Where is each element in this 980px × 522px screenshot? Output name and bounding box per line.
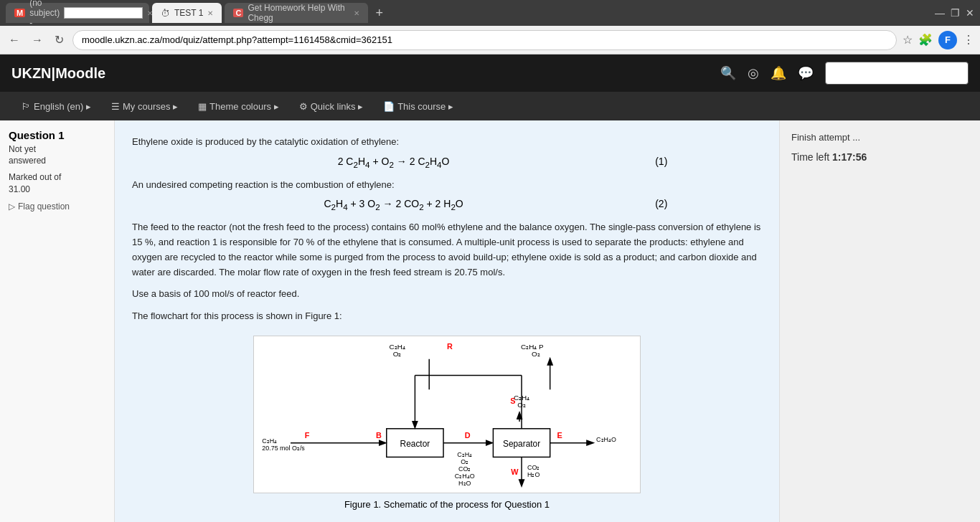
- e-c2h4o: C₂H₄O: [596, 436, 616, 443]
- equation-2: C2H4 + 3 O2 → 2 CO2 + 2 H2O (2): [132, 198, 762, 212]
- profile-button[interactable]: F: [938, 31, 957, 49]
- bell-icon[interactable]: 🔔: [771, 65, 786, 81]
- question-description: The feed to the reactor (not the fresh f…: [132, 220, 762, 280]
- finish-attempt-link[interactable]: Finish attempt ...: [791, 132, 969, 143]
- flag-icon: ▷: [9, 201, 15, 212]
- tab-gmail-close[interactable]: ✕: [147, 9, 153, 17]
- menu-icon[interactable]: ⋮: [963, 33, 974, 47]
- question-intro: Ethylene oxide is produced by the cataly…: [132, 135, 762, 150]
- fresh-feed-info: 20.75 mol O₂/s: [262, 445, 305, 452]
- w-co2: CO₂: [527, 464, 540, 471]
- nav-this-course-label: This course ▸: [397, 101, 453, 112]
- tab-test1-close[interactable]: ✕: [207, 9, 213, 17]
- question-label: Question 1: [9, 129, 105, 141]
- tab-gmail[interactable]: M (no subject) - ✕: [6, 3, 149, 23]
- back-button[interactable]: ←: [6, 31, 23, 49]
- moodle-nav: 🏳 English (en) ▸ ☰ My courses ▸ ▦ Theme …: [0, 92, 980, 120]
- right-panel: Finish attempt ... Time left 1:17:56: [779, 120, 980, 522]
- main-container: Question 1 Not yet answered Marked out o…: [0, 120, 980, 522]
- equation-1: 2 C2H4 + O2 → 2 C2H4O (1): [132, 156, 762, 169]
- theme-colours-icon: ▦: [198, 101, 207, 112]
- new-tab-button[interactable]: +: [371, 6, 387, 21]
- quick-links-icon: ⚙: [299, 101, 308, 112]
- forward-button[interactable]: →: [29, 31, 46, 49]
- time-left-value: 1:17:56: [832, 151, 867, 163]
- browser-chrome: M (no subject) - ✕ ⏱ TEST 1 ✕ C Get Home…: [0, 0, 980, 54]
- stream-r-o2-label: O₂: [393, 350, 402, 358]
- close-icon[interactable]: ✕: [966, 7, 974, 19]
- nav-this-course[interactable]: 📄 This course ▸: [373, 92, 463, 120]
- d-c2h4o: C₂H₄O: [455, 473, 475, 480]
- process-diagram: C₂H₄ O₂ R C₂H₄ P O₂ C₂H₄ O₂ S Reactor: [132, 336, 762, 510]
- eq1-text: 2 C2H4 + O2 → 2 C2H4O: [338, 156, 450, 167]
- label-b: B: [376, 431, 382, 440]
- tab-bar: M (no subject) - ✕ ⏱ TEST 1 ✕ C Get Home…: [0, 0, 980, 26]
- eq1-number: (1): [655, 156, 667, 167]
- address-input[interactable]: [72, 30, 897, 50]
- tab-chegg[interactable]: C Get Homework Help With Chegg ✕: [225, 3, 368, 23]
- marked-out-label: Marked out of 31.00: [9, 171, 105, 196]
- tab-chegg-close[interactable]: ✕: [354, 9, 359, 17]
- reload-button[interactable]: ↻: [52, 30, 67, 49]
- separator-label: Separator: [503, 439, 540, 449]
- eq2-intro: An undesired competing reaction is the c…: [132, 178, 762, 193]
- maximize-icon[interactable]: ❐: [951, 7, 960, 19]
- nav-english-label: English (en) ▸: [34, 101, 91, 112]
- address-bar-row: ← → ↻ ☆ 🧩 F ⋮: [0, 26, 980, 54]
- tab-gmail-label: (no subject) -: [29, 0, 60, 28]
- label-d: D: [465, 431, 471, 440]
- nav-quick-links-label: Quick links ▸: [311, 101, 363, 112]
- nav-my-courses-label: My courses ▸: [123, 101, 178, 112]
- gmail-icon: M: [14, 9, 25, 17]
- figure-caption: Figure 1. Schematic of the process for Q…: [344, 499, 550, 510]
- circle-icon[interactable]: ◎: [748, 65, 759, 81]
- search-icon[interactable]: 🔍: [720, 65, 736, 81]
- label-e: E: [557, 431, 562, 440]
- tab-test1-label: TEST 1: [174, 8, 203, 18]
- nav-theme-colours-label: Theme colours ▸: [209, 101, 279, 112]
- tab-test1[interactable]: ⏱ TEST 1 ✕: [152, 3, 222, 23]
- tab-chegg-label: Get Homework Help With Chegg: [248, 3, 349, 23]
- nav-quick-links[interactable]: ⚙ Quick links ▸: [289, 92, 373, 120]
- gmail-tab-input[interactable]: [64, 7, 143, 19]
- window-controls: — ❐ ✕: [935, 7, 974, 19]
- reactor-label: Reactor: [400, 439, 430, 449]
- this-course-icon: 📄: [383, 101, 395, 112]
- marked-value: 31.00: [9, 184, 30, 194]
- label-w: W: [511, 468, 519, 476]
- eq2-number: (2): [655, 198, 667, 209]
- question-sidebar: Question 1 Not yet answered Marked out o…: [0, 120, 115, 522]
- flag-question-label: Flag question: [18, 201, 70, 212]
- d-h2o: H₂O: [458, 480, 471, 487]
- chat-icon[interactable]: 💬: [798, 65, 814, 81]
- label-r: R: [447, 342, 453, 351]
- minimize-icon[interactable]: —: [935, 7, 945, 19]
- test1-icon: ⏱: [161, 8, 170, 19]
- my-courses-icon: ☰: [111, 101, 120, 112]
- eq2-text: C2H4 + 3 O2 → 2 CO2 + 2 H2O: [324, 198, 463, 209]
- time-left-display: Time left 1:17:56: [791, 151, 969, 163]
- bookmark-star-icon[interactable]: ☆: [903, 33, 913, 47]
- label-f: F: [305, 431, 310, 440]
- w-h2o: H₂O: [527, 471, 540, 478]
- extension-icon[interactable]: 🧩: [918, 33, 933, 47]
- d-o2: O₂: [461, 458, 468, 465]
- topbar-search-input[interactable]: [825, 62, 969, 85]
- stream-p-o2-label: O₂: [532, 350, 540, 358]
- flag-question-button[interactable]: ▷ Flag question: [9, 201, 105, 212]
- english-icon: 🏳: [22, 101, 31, 112]
- moodle-logo[interactable]: UKZN|Moodle: [11, 65, 105, 82]
- d-c2h4: C₂H₄: [457, 451, 472, 458]
- d-co2: CO₂: [458, 465, 471, 473]
- moodle-topbar: UKZN|Moodle 🔍 ◎ 🔔 💬: [0, 54, 980, 92]
- browser-actions: ☆ 🧩 F ⋮: [903, 31, 974, 49]
- question-content: Ethylene oxide is produced by the cataly…: [115, 120, 779, 522]
- nav-english[interactable]: 🏳 English (en) ▸: [11, 92, 101, 120]
- chegg-icon: C: [233, 9, 243, 17]
- label-s: S: [510, 397, 515, 405]
- nav-theme-colours[interactable]: ▦ Theme colours ▸: [188, 92, 289, 120]
- nav-my-courses[interactable]: ☰ My courses ▸: [101, 92, 188, 120]
- answered-label: answered: [9, 156, 105, 166]
- svg-rect-0: [255, 336, 639, 493]
- flowchart-svg: C₂H₄ O₂ R C₂H₄ P O₂ C₂H₄ O₂ S Reactor: [253, 336, 641, 493]
